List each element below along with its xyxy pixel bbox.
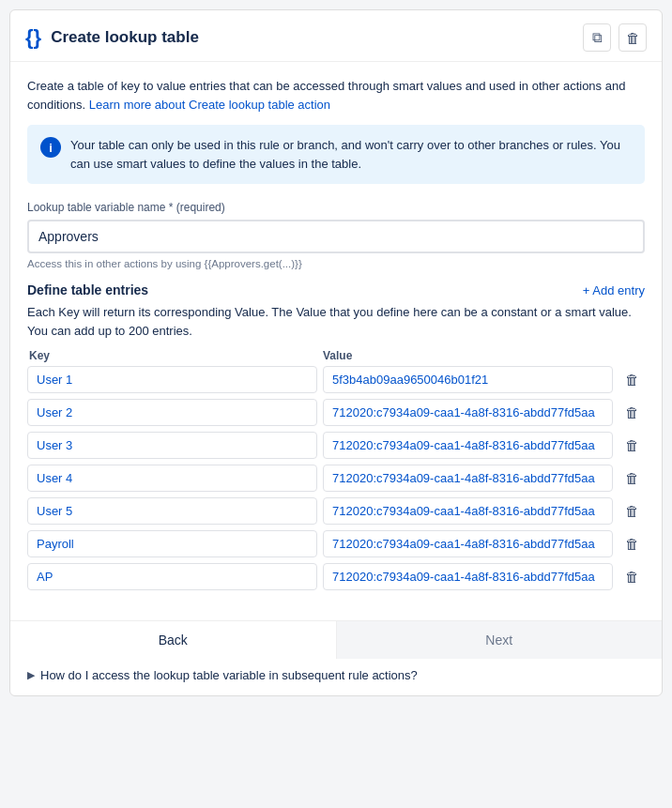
entry-value-input[interactable]	[323, 399, 613, 426]
copy-button[interactable]: ⧉	[583, 23, 611, 52]
entry-key-input[interactable]	[27, 497, 317, 525]
back-button[interactable]: Back	[10, 621, 337, 659]
table-row: 🗑	[27, 497, 645, 525]
next-button[interactable]: Next	[337, 621, 663, 659]
delete-entry-button[interactable]: 🗑	[619, 466, 645, 490]
define-header: Define table entries + Add entry	[27, 282, 645, 297]
learn-more-link[interactable]: Learn more about Create lookup table act…	[89, 98, 330, 112]
entry-key-input[interactable]	[27, 399, 317, 426]
table-row: 🗑	[27, 465, 645, 492]
delete-entry-button[interactable]: 🗑	[619, 368, 645, 391]
entry-value-input[interactable]	[323, 465, 613, 492]
entries-container: 🗑🗑🗑🗑🗑🗑🗑	[27, 366, 645, 590]
entry-key-input[interactable]	[27, 530, 317, 557]
info-text: Your table can only be used in this rule…	[70, 136, 632, 173]
info-box: i Your table can only be used in this ru…	[27, 125, 645, 184]
entry-value-input[interactable]	[323, 432, 613, 459]
entry-value-input[interactable]	[323, 563, 613, 590]
delete-entry-button[interactable]: 🗑	[619, 499, 645, 523]
panel-body: Create a table of key to value entries t…	[10, 62, 662, 611]
accordion-faq[interactable]: ▶ How do I access the lookup table varia…	[10, 659, 662, 695]
col-key-label: Key	[29, 349, 317, 362]
trash-icon: 🗑	[625, 503, 639, 519]
trash-icon: 🗑	[625, 569, 639, 585]
chevron-right-icon: ▶	[27, 669, 35, 681]
trash-icon: 🗑	[625, 372, 639, 388]
variable-name-field: Lookup table variable name * (required) …	[27, 201, 645, 269]
header-actions: ⧉ 🗑	[583, 23, 647, 52]
description-text: Create a table of key to value entries t…	[27, 77, 645, 114]
delete-entry-button[interactable]: 🗑	[619, 532, 645, 556]
entry-value-input[interactable]	[323, 497, 613, 525]
entry-value-input[interactable]	[323, 530, 613, 557]
trash-icon: 🗑	[625, 470, 639, 486]
table-row: 🗑	[27, 366, 645, 393]
table-row: 🗑	[27, 563, 645, 590]
footer-actions: Back Next	[10, 620, 662, 659]
trash-icon: 🗑	[625, 404, 639, 420]
delete-entry-button[interactable]: 🗑	[619, 401, 645, 424]
entry-key-input[interactable]	[27, 366, 317, 393]
delete-entry-button[interactable]: 🗑	[619, 565, 645, 588]
curly-braces-icon: {}	[25, 25, 41, 50]
copy-icon: ⧉	[592, 29, 603, 46]
table-column-headers: Key Value	[27, 349, 645, 362]
panel-header: {} Create lookup table ⧉ 🗑	[10, 10, 662, 62]
table-row: 🗑	[27, 399, 645, 426]
table-row: 🗑	[27, 432, 645, 459]
info-icon: i	[40, 137, 61, 158]
delete-button[interactable]: 🗑	[619, 23, 647, 52]
col-value-label: Value	[323, 349, 611, 362]
table-row: 🗑	[27, 530, 645, 557]
trash-icon: 🗑	[626, 30, 640, 46]
field-label: Lookup table variable name * (required)	[27, 201, 645, 214]
delete-entry-button[interactable]: 🗑	[619, 434, 645, 457]
entry-key-input[interactable]	[27, 465, 317, 492]
panel-title-area: {} Create lookup table	[25, 25, 199, 50]
trash-icon: 🗑	[625, 536, 639, 552]
add-entry-button[interactable]: + Add entry	[583, 283, 645, 297]
field-hint: Access this in other actions by using {{…	[27, 258, 645, 269]
panel-title: Create lookup table	[51, 28, 199, 47]
trash-icon: 🗑	[625, 437, 639, 453]
entry-key-input[interactable]	[27, 563, 317, 590]
define-title: Define table entries	[27, 282, 148, 297]
entry-value-input[interactable]	[323, 366, 613, 393]
create-lookup-table-panel: {} Create lookup table ⧉ 🗑 Create a tabl…	[9, 9, 663, 696]
define-description: Each Key will return its corresponding V…	[27, 303, 645, 340]
variable-name-input[interactable]	[27, 220, 645, 253]
entry-key-input[interactable]	[27, 432, 317, 459]
accordion-label: How do I access the lookup table variabl…	[40, 668, 418, 682]
